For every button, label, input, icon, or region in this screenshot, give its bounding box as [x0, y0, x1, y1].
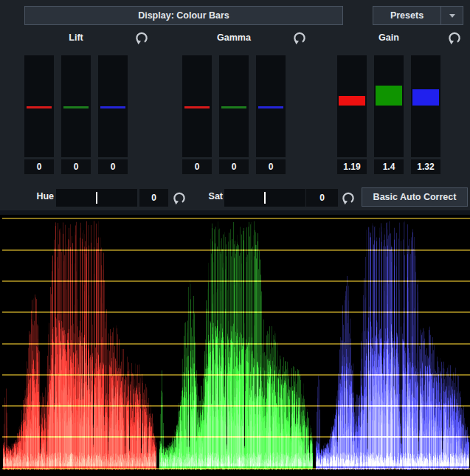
lift-section: Lift000	[24, 32, 128, 177]
gain-label: Gain	[337, 32, 440, 43]
presets-split-button: Presets	[373, 6, 463, 25]
sat-reset-icon[interactable]	[341, 190, 356, 205]
presets-dropdown-button[interactable]	[440, 7, 463, 24]
lift-label: Lift	[24, 32, 128, 43]
gain-section: Gain1.191.41.32	[337, 32, 440, 177]
presets-button[interactable]: Presets	[373, 7, 440, 24]
gain-blue-slider[interactable]	[411, 55, 440, 157]
lift-blue-handle[interactable]	[100, 106, 125, 108]
gamma-reset-icon[interactable]	[292, 30, 307, 45]
hue-sat-row: Hue 0 Sat 0 Basic Auto Correct	[0, 187, 470, 208]
hue-reset-icon[interactable]	[172, 190, 187, 205]
gain-green-handle[interactable]	[376, 86, 402, 106]
gamma-section: Gamma000	[182, 32, 286, 177]
lift-green-handle[interactable]	[63, 106, 89, 108]
display-mode-button[interactable]: Display: Colour Bars	[24, 6, 343, 25]
lift-green-slider[interactable]	[61, 55, 91, 157]
rgb-parade-waveform	[0, 210, 470, 476]
hue-slider[interactable]	[56, 189, 137, 207]
lift-blue-slider[interactable]	[98, 55, 128, 157]
gamma-red-slider[interactable]	[182, 55, 212, 157]
lift-reset-icon[interactable]	[134, 30, 149, 45]
gamma-blue-slider[interactable]	[256, 55, 286, 157]
hue-value-box[interactable]: 0	[139, 189, 168, 207]
gamma-red-value-box[interactable]: 0	[182, 159, 212, 174]
gamma-label: Gamma	[182, 32, 286, 43]
basic-auto-correct-button[interactable]: Basic Auto Correct	[362, 187, 468, 207]
gamma-green-slider[interactable]	[219, 55, 249, 157]
hue-label: Hue	[30, 191, 54, 201]
gain-blue-value-box[interactable]: 1.32	[411, 159, 440, 174]
sat-slider[interactable]	[224, 189, 305, 207]
lift-red-slider[interactable]	[24, 55, 54, 157]
caret-down-icon	[449, 14, 455, 18]
sat-slider-handle[interactable]	[264, 192, 266, 204]
sat-label: Sat	[201, 191, 223, 201]
gamma-blue-value-box[interactable]: 0	[256, 159, 286, 174]
gain-red-value-box[interactable]: 1.19	[337, 159, 367, 174]
gamma-green-value-box[interactable]: 0	[219, 159, 249, 174]
sat-value-box[interactable]: 0	[306, 189, 338, 207]
gain-blue-handle[interactable]	[412, 89, 439, 106]
lift-blue-value-box[interactable]: 0	[98, 159, 128, 174]
lift-red-handle[interactable]	[27, 106, 52, 108]
hue-slider-handle[interactable]	[96, 192, 97, 204]
lift-green-value-box[interactable]: 0	[61, 159, 91, 174]
colour-correction-panel: Display: Colour Bars Presets Lift000 Gam…	[0, 0, 470, 476]
gain-red-slider[interactable]	[337, 55, 367, 157]
gain-red-handle[interactable]	[339, 96, 365, 106]
gain-reset-icon[interactable]	[447, 30, 462, 45]
lift-red-value-box[interactable]: 0	[24, 159, 54, 174]
gamma-blue-handle[interactable]	[258, 106, 283, 108]
gamma-red-handle[interactable]	[184, 106, 210, 108]
gain-green-value-box[interactable]: 1.4	[374, 159, 404, 174]
gain-green-slider[interactable]	[374, 55, 404, 157]
gamma-green-handle[interactable]	[221, 106, 246, 108]
